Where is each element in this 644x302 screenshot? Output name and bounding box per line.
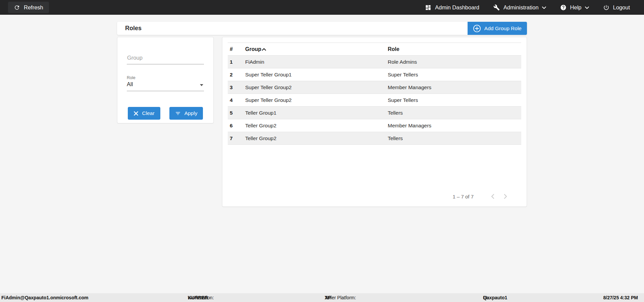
row-num: 1 (228, 56, 244, 68)
group-filter-input[interactable] (127, 55, 204, 64)
row-num: 4 (228, 94, 244, 107)
table-row[interactable]: 3 Super Teller Group2 Member Managers (228, 81, 521, 94)
add-group-role-label: Add Group Role (484, 25, 522, 32)
row-num: 5 (228, 107, 244, 119)
x-icon (133, 111, 139, 116)
table-row[interactable]: 2 Super Teller Group1 Super Tellers (228, 68, 521, 81)
page-header-bar: Roles Add Group Role (117, 22, 527, 35)
chevron-left-icon (489, 192, 497, 200)
dashboard-icon (425, 4, 431, 11)
row-group: FiAdmin (244, 56, 386, 68)
next-page-button[interactable] (499, 192, 511, 200)
plus-circle-icon (473, 24, 481, 33)
row-role: Role Admins (386, 56, 521, 68)
administration-menu[interactable]: Administration (493, 3, 547, 12)
logout-label: Logout (613, 4, 630, 11)
row-group: Teller Group1 (244, 107, 386, 119)
logout-button[interactable]: Logout (602, 3, 631, 12)
column-header-num: # (228, 43, 244, 56)
row-num: 2 (228, 68, 244, 81)
row-group: Super Teller Group1 (244, 68, 386, 81)
help-icon (560, 4, 567, 11)
row-num: 3 (228, 81, 244, 94)
add-group-role-button[interactable]: Add Group Role (468, 22, 527, 35)
clear-button[interactable]: Clear (128, 107, 160, 120)
table-header-row: # Group Role (228, 43, 521, 56)
chevron-down-icon (585, 6, 589, 9)
table-row[interactable]: 1 FiAdmin Role Admins (228, 56, 521, 68)
power-icon (603, 4, 609, 11)
help-label: Help (570, 4, 582, 11)
refresh-label: Refresh (24, 4, 43, 11)
admin-dashboard-label: Admin Dashboard (435, 4, 479, 11)
administration-label: Administration (503, 4, 539, 11)
datetime-status: 8/27/25 4:32 PM (603, 293, 638, 302)
row-group: Super Teller Group2 (244, 94, 386, 107)
clear-label: Clear (142, 110, 155, 116)
column-header-group-label: Group (245, 46, 261, 52)
refresh-icon (14, 4, 20, 11)
apply-label: Apply (184, 110, 198, 116)
pagination: 1 – 7 of 7 (228, 190, 521, 203)
row-num: 7 (228, 132, 244, 145)
row-role: Super Tellers (386, 94, 521, 107)
refresh-button[interactable]: Refresh (8, 2, 49, 13)
logged-in-user: FiAdmin@Qaxpauto1.onmicrosoft.com (1, 293, 88, 302)
wrench-icon (493, 4, 500, 11)
row-role: Tellers (386, 132, 521, 145)
role-filter-value: All (127, 81, 204, 91)
roles-table: # Group Role 1 FiAdmin Role Admins (228, 43, 521, 145)
help-menu[interactable]: Help (559, 3, 590, 12)
table-row[interactable]: 5 Teller Group1 Tellers (228, 107, 521, 119)
role-filter-label: Role (127, 75, 204, 80)
page-title: Roles (117, 25, 142, 32)
row-group: Teller Group2 (244, 132, 386, 145)
roles-table-card: # Group Role 1 FiAdmin Role Admins (222, 37, 527, 207)
status-bar: FiAdmin@Qaxpauto1.onmicrosoft.com Workst… (0, 293, 644, 302)
pagination-range: 1 – 7 of 7 (452, 194, 474, 199)
table-row[interactable]: 6 Teller Group2 Member Managers (228, 119, 521, 132)
column-header-group[interactable]: Group (244, 43, 386, 56)
chevron-right-icon (501, 192, 509, 200)
filter-actions: Clear Apply (127, 107, 204, 120)
filter-panel: Role All Clear Apply (117, 37, 214, 123)
table-row[interactable]: 7 Teller Group2 Tellers (228, 132, 521, 145)
filter-icon (175, 111, 181, 116)
row-group: Teller Group2 (244, 119, 386, 132)
column-header-role[interactable]: Role (386, 43, 521, 56)
chevron-down-icon (542, 6, 546, 9)
apply-button[interactable]: Apply (169, 107, 203, 120)
role-filter-select[interactable]: Role All (127, 75, 204, 91)
platform-value: XP (325, 293, 331, 302)
row-role: Member Managers (386, 81, 521, 94)
admin-dashboard-button[interactable]: Admin Dashboard (424, 3, 480, 12)
top-navigation-bar: Refresh Admin Dashboard Administration H… (0, 0, 644, 15)
previous-page-button[interactable] (487, 192, 499, 200)
row-group: Super Teller Group2 (244, 81, 386, 94)
topbar-right-group: Admin Dashboard Administration Help (424, 3, 631, 12)
sort-ascending-icon (262, 48, 266, 51)
row-num: 6 (228, 119, 244, 132)
fi-value: Qaxpauto1 (483, 293, 507, 302)
workstation-value: KURRER (188, 293, 208, 302)
table-row[interactable]: 4 Super Teller Group2 Super Tellers (228, 94, 521, 107)
dropdown-arrow-icon (200, 84, 203, 86)
row-role: Super Tellers (386, 68, 521, 81)
row-role: Tellers (386, 107, 521, 119)
row-role: Member Managers (386, 119, 521, 132)
